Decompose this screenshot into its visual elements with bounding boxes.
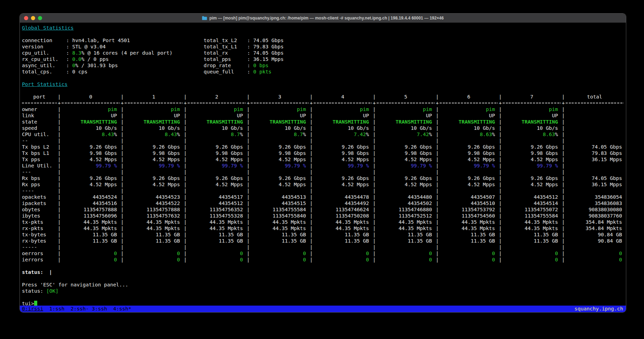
column-divider: |: [435, 213, 440, 219]
column-divider: |: [57, 112, 62, 119]
column-divider: |: [309, 131, 314, 137]
column-divider: |: [246, 119, 251, 125]
column-divider: |: [372, 112, 377, 119]
global-stat-row: connection: hvn4.lab, Port 4501total_tx_…: [22, 37, 624, 44]
minimize-button[interactable]: [31, 16, 35, 20]
column-divider: |: [57, 137, 62, 144]
cell: 9.26 Gbps: [377, 144, 435, 150]
cell: 4.52 Mpps: [125, 181, 183, 188]
cell-total: 36.15 Mpps: [566, 156, 623, 163]
cell-value: 8.43: [102, 132, 114, 137]
column-divider: |: [183, 244, 188, 250]
column-divider: |: [120, 106, 125, 112]
cell: [314, 188, 372, 194]
spinner-glyph: |: [49, 269, 52, 275]
cell: 44354517: [188, 194, 246, 200]
column-divider: |: [120, 213, 125, 219]
column-divider: |: [435, 257, 440, 263]
cell: 44354513: [251, 194, 309, 200]
dash-fill: [62, 100, 120, 106]
title-area: pim — [mosh] pim@squanchy.ipng.ch: /home…: [20, 14, 626, 23]
column-divider: |: [120, 131, 125, 137]
cell: 44354480: [377, 194, 435, 200]
cell: 9.26 Gbps: [125, 144, 183, 150]
column-divider: |: [498, 131, 503, 137]
column-divider: |: [309, 219, 314, 225]
cell: 11.35 GB: [440, 231, 498, 238]
cell: TRANSMITTING: [503, 119, 561, 125]
column-divider: |: [57, 94, 62, 100]
column-divider: |: [120, 169, 125, 175]
column-divider: |: [183, 137, 188, 144]
port-stats-table: port|0|1|2|3|4|5|6|7|total+++++++++owner…: [22, 94, 624, 263]
stat-colon: :: [66, 50, 72, 56]
column-divider: |: [57, 169, 62, 175]
column-divider: |: [183, 163, 188, 169]
cell: 7.42%: [314, 131, 372, 137]
column-divider: |: [183, 169, 188, 175]
cell: 11.35 GB: [125, 231, 183, 238]
dash-fill: [125, 100, 183, 106]
stat-value-text: % @ 16 cores (4 per dual port): [81, 50, 173, 56]
cell: 10 Gb/s: [314, 125, 372, 131]
column-divider: |: [498, 163, 503, 169]
column-divider: |: [57, 156, 62, 163]
cell: UP: [314, 112, 372, 119]
cell: [62, 169, 120, 175]
column-divider: |: [309, 257, 314, 263]
column-divider: |: [246, 219, 251, 225]
stat-value-text: 36.15 Mpps: [253, 56, 283, 62]
blank-line: [22, 31, 624, 37]
column-header-total: total: [566, 94, 623, 100]
global-stat-right: total_tx_L1: 79.83 Gbps: [204, 44, 284, 50]
column-divider: |: [183, 257, 188, 263]
column-divider: |: [309, 106, 314, 112]
zoom-button[interactable]: [38, 16, 42, 20]
port-stats-heading: Port Statistics: [22, 81, 68, 87]
column-divider: |: [246, 125, 251, 131]
cell: 11354753792: [440, 206, 498, 213]
cell: UP: [440, 112, 498, 119]
cell-value: 7.42: [354, 132, 366, 137]
row-label: Line Util.: [22, 163, 57, 169]
stat-colon: :: [66, 38, 72, 43]
column-divider: |: [435, 150, 440, 156]
titlebar[interactable]: pim — [mosh] pim@squanchy.ipng.ch: /home…: [20, 14, 626, 23]
cell-value: TRANSMITTING: [80, 119, 117, 125]
cell-total: [566, 131, 623, 137]
blank-line: [22, 263, 624, 269]
table-row: owner|pim|pim|pim|pim|pim|pim|pim|pim|: [22, 106, 624, 112]
row-label: Tx pps: [22, 156, 57, 163]
column-divider: |: [183, 250, 188, 257]
cell: 0: [377, 250, 435, 257]
dash-fill: [251, 100, 309, 106]
column-divider: |: [498, 238, 503, 244]
stat-key: total_pps: [204, 56, 247, 62]
column-divider: |: [498, 156, 503, 163]
stat-key: rx_cpu_util.: [22, 56, 66, 62]
global-stat-right: total_rx: 74.05 Gbps: [204, 50, 284, 56]
column-divider: |: [246, 225, 251, 231]
global-stat-row: rx_cpu_util.: 0.0% / 0 ppstotal_pps: 36.…: [22, 56, 624, 62]
cell: [377, 169, 435, 175]
column-divider: |: [309, 200, 314, 206]
table-row: rx-pkts|44.35 Mpkts|44.35 Mpkts|44.35 Mp…: [22, 225, 624, 231]
column-divider: |: [57, 150, 62, 156]
close-button[interactable]: [24, 16, 28, 20]
stat-value-text: STL @ v3.04: [72, 44, 105, 49]
cell-value: pim: [234, 107, 243, 112]
dash-plus: +: [246, 100, 251, 106]
cell: 9.98 Gbps: [440, 150, 498, 156]
table-row: speed|10 Gb/s|10 Gb/s|10 Gb/s|10 Gb/s|10…: [22, 125, 624, 131]
table-row: oerrors|0|0|0|0|0|0|0|0|0: [22, 250, 624, 257]
global-stats-heading: Global Statistics: [22, 25, 73, 31]
column-divider: |: [435, 250, 440, 257]
column-divider: |: [183, 194, 188, 200]
cell: 4.52 Mpps: [440, 181, 498, 188]
cell: UP: [377, 112, 435, 119]
column-divider: |: [309, 206, 314, 213]
column-divider: |: [498, 169, 503, 175]
cell: 44354502: [377, 200, 435, 206]
column-divider: |: [57, 257, 62, 263]
cell: [314, 137, 372, 144]
